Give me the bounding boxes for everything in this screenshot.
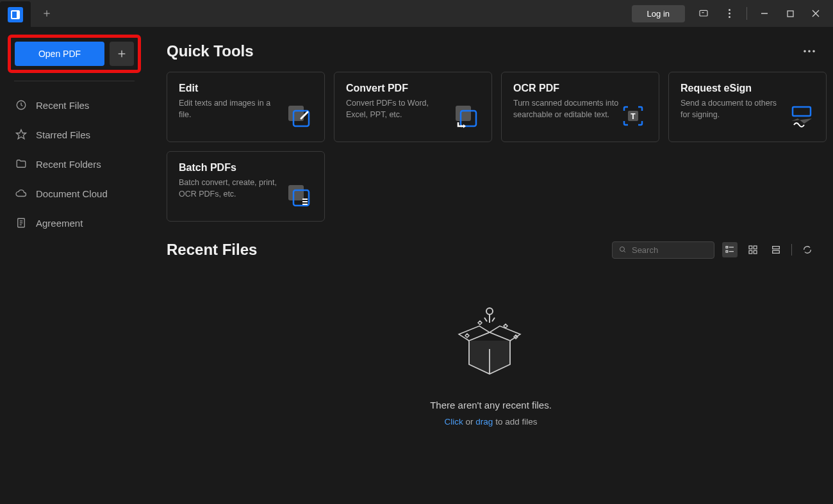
convert-icon <box>452 102 480 130</box>
svg-point-18 <box>804 50 806 53</box>
tool-title: Convert PDF <box>346 83 452 94</box>
svg-rect-2 <box>700 10 707 16</box>
window-maximize-button[interactable] <box>778 1 802 26</box>
view-detail-button[interactable] <box>768 242 784 257</box>
svg-rect-42 <box>754 246 757 249</box>
tool-title: Edit <box>179 83 285 94</box>
quick-tools-title: Quick Tools <box>167 42 254 60</box>
sidebar-item-label: Document Cloud <box>36 188 108 199</box>
empty-state: There aren't any recent files. Click or … <box>167 272 815 427</box>
search-input[interactable] <box>632 245 707 255</box>
sidebar-item-label: Starred Files <box>36 129 90 140</box>
svg-rect-44 <box>754 250 757 254</box>
tool-card-convert-pdf[interactable]: Convert PDF Convert PDFs to Word, Excel,… <box>334 72 492 142</box>
svg-line-36 <box>623 250 625 252</box>
search-icon <box>619 245 627 254</box>
svg-rect-46 <box>773 250 780 253</box>
divider <box>746 7 747 20</box>
login-button[interactable]: Log in <box>632 5 685 22</box>
open-pdf-button[interactable]: Open PDF <box>15 42 104 66</box>
titlebar-right: Log in <box>632 1 833 26</box>
divider <box>791 244 792 256</box>
svg-point-4 <box>729 13 730 15</box>
window-minimize-button[interactable] <box>752 1 777 26</box>
svg-rect-30 <box>288 185 304 200</box>
tool-title: OCR PDF <box>513 83 619 94</box>
empty-message: There aren't any recent files. <box>430 400 552 411</box>
edit-icon <box>285 102 313 130</box>
svg-rect-41 <box>749 246 752 249</box>
svg-point-20 <box>812 50 815 53</box>
new-tab-button[interactable] <box>31 9 63 18</box>
more-icon[interactable] <box>804 50 815 53</box>
window-close-button[interactable] <box>804 1 828 26</box>
add-button[interactable] <box>110 42 134 66</box>
svg-rect-7 <box>788 11 793 17</box>
folder-icon <box>15 158 27 170</box>
refresh-button[interactable] <box>800 242 815 257</box>
drag-link[interactable]: drag <box>475 417 493 427</box>
svg-rect-38 <box>726 250 728 252</box>
star-icon <box>15 129 27 140</box>
sidebar-item-label: Recent Folders <box>36 159 101 170</box>
clock-icon <box>15 99 27 111</box>
svg-rect-45 <box>773 247 780 249</box>
svg-text:T: T <box>631 112 636 121</box>
batch-icon <box>285 181 313 209</box>
svg-rect-43 <box>749 250 752 254</box>
tool-title: Request eSign <box>680 83 786 94</box>
click-link[interactable]: Click <box>445 417 463 427</box>
svg-rect-37 <box>726 247 728 248</box>
divider <box>14 81 135 81</box>
tool-desc: Turn scanned documents into searchable o… <box>513 98 619 120</box>
document-icon <box>15 217 27 229</box>
empty-box-icon <box>446 304 536 387</box>
tool-card-ocr-pdf[interactable]: OCR PDF Turn scanned documents into sear… <box>501 72 659 142</box>
app-tab[interactable] <box>0 1 31 28</box>
titlebar: Log in <box>0 0 833 27</box>
empty-hint: Click or drag to add files <box>445 417 538 427</box>
svg-point-47 <box>486 308 493 314</box>
sidebar-item-label: Agreement <box>36 218 83 229</box>
sidebar-item-agreement[interactable]: Agreement <box>8 208 141 238</box>
svg-point-35 <box>620 247 624 252</box>
view-list-button[interactable] <box>722 242 738 257</box>
app-logo-icon <box>8 7 23 22</box>
highlight-annotation: Open PDF <box>8 35 141 73</box>
titlebar-left <box>0 0 63 27</box>
quick-tools-grid: Edit Edit texts and images in a file. Co… <box>167 72 815 222</box>
tool-card-batch-pdfs[interactable]: Batch PDFs Batch convert, create, print,… <box>167 151 325 222</box>
recent-files-title: Recent Files <box>167 241 257 259</box>
sidebar-item-label: Recent Files <box>36 100 89 111</box>
sidebar-item-recent-folders[interactable]: Recent Folders <box>8 149 141 179</box>
view-grid-button[interactable] <box>745 242 761 257</box>
tool-card-request-esign[interactable]: Request eSign Send a document to others … <box>668 72 827 142</box>
kebab-menu-icon[interactable] <box>717 1 741 26</box>
tool-desc: Edit texts and images in a file. <box>179 98 285 120</box>
sidebar-item-recent-files[interactable]: Recent Files <box>8 90 141 120</box>
svg-marker-13 <box>17 130 26 139</box>
esign-icon <box>786 102 814 130</box>
sidebar-item-starred-files[interactable]: Starred Files <box>8 120 141 149</box>
messages-icon[interactable] <box>691 1 716 26</box>
svg-point-5 <box>729 16 730 18</box>
ocr-icon: T <box>619 102 647 130</box>
tool-desc: Convert PDFs to Word, Excel, PPT, etc. <box>346 98 452 120</box>
recent-toolbar <box>612 241 815 259</box>
tool-title: Batch PDFs <box>179 162 285 174</box>
sidebar: Open PDF Recent Files Starred Files Rece… <box>0 27 149 504</box>
svg-marker-26 <box>463 124 466 128</box>
sidebar-item-document-cloud[interactable]: Document Cloud <box>8 179 141 208</box>
svg-rect-24 <box>456 106 471 121</box>
cloud-icon <box>15 188 27 199</box>
svg-rect-29 <box>793 107 811 116</box>
svg-point-19 <box>808 50 811 53</box>
tool-desc: Send a document to others for signing. <box>680 98 786 120</box>
search-box[interactable] <box>612 241 714 259</box>
tool-desc: Batch convert, create, print, OCR PDFs, … <box>179 177 285 200</box>
svg-point-3 <box>729 9 730 11</box>
main-content: Quick Tools Edit Edit texts and images i… <box>149 27 833 504</box>
tool-card-edit[interactable]: Edit Edit texts and images in a file. <box>167 72 325 142</box>
